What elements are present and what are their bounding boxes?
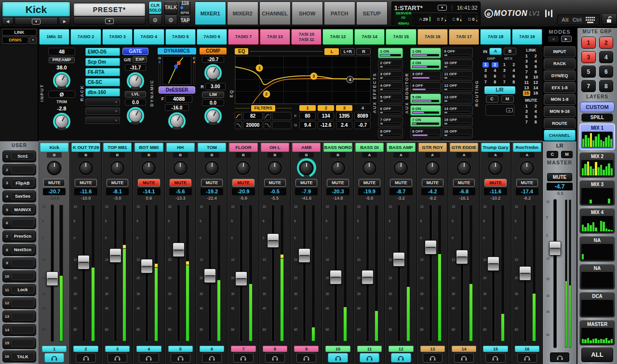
aux-send[interactable]: 11 OFF xyxy=(442,71,473,81)
eq-band-chip-1[interactable]: 1 xyxy=(299,105,316,111)
exp-button[interactable]: EXP xyxy=(133,56,147,63)
aux-send[interactable]: 5 OFF xyxy=(378,94,403,104)
link-1[interactable]: 1 xyxy=(523,54,530,59)
mute-button[interactable]: MUTE xyxy=(43,179,65,187)
comp-button[interactable]: COMP xyxy=(200,48,227,54)
aux-send[interactable]: 6 OFF xyxy=(378,105,403,116)
eq-point-3[interactable]: 3 xyxy=(310,73,317,80)
mute-group-4[interactable]: 4 xyxy=(599,51,614,63)
comp-threshold-value[interactable]: -20.7 xyxy=(202,56,224,63)
pan-knob[interactable] xyxy=(297,158,316,177)
mtx-7[interactable]: 7 xyxy=(501,80,508,85)
eq-band-chip-4[interactable]: 4 xyxy=(354,105,371,111)
mtx-1[interactable]: 1 xyxy=(501,62,508,67)
mode-route[interactable]: ROUTE xyxy=(544,118,576,129)
channel-tab[interactable]: 7ASI 15 xyxy=(386,29,416,45)
fader-cap[interactable] xyxy=(456,250,468,264)
fader-cap[interactable] xyxy=(519,266,531,281)
mute-button[interactable]: MUTE xyxy=(201,179,223,187)
pan-knob[interactable] xyxy=(46,160,63,176)
mute-button[interactable]: MUTE xyxy=(453,179,475,187)
eq-band-freq-4[interactable]: 8089 xyxy=(354,112,371,120)
user-button-12[interactable]: 12 xyxy=(2,297,36,310)
eq-band-gain-3[interactable]: 2.4 xyxy=(336,121,352,129)
aux-send-slider[interactable] xyxy=(444,88,471,91)
link-13[interactable]: 13 xyxy=(523,85,530,91)
rack-empty-slot[interactable]: ▼ xyxy=(85,98,120,106)
channel-tab[interactable]: 7ASI 17 xyxy=(449,29,479,45)
channel-tab[interactable]: 7ASIO 3 xyxy=(102,29,133,45)
fader-cap[interactable] xyxy=(393,252,405,267)
chevron-down-icon[interactable]: ▼ xyxy=(29,37,37,44)
aux-send-slider[interactable] xyxy=(412,111,439,114)
master-headphone-button[interactable] xyxy=(550,352,569,362)
ratio-value[interactable]: 3.00 xyxy=(205,83,226,90)
channel-name-button[interactable]: Kick xyxy=(40,143,68,152)
aux-send[interactable]: 8 OFF xyxy=(410,128,441,138)
aux-send[interactable]: 4 OFF xyxy=(378,82,403,93)
gate-lvl-button[interactable]: LVL xyxy=(125,91,146,97)
solo-headphone-button[interactable] xyxy=(107,353,127,363)
pan-knob[interactable] xyxy=(330,160,346,176)
layer-bank-na-4[interactable]: NA xyxy=(579,236,615,262)
link-4[interactable]: 4 xyxy=(532,59,539,64)
pan-knob[interactable] xyxy=(424,160,441,176)
aux-send-slider[interactable] xyxy=(444,134,471,136)
phantom-48v-button[interactable]: 48 xyxy=(48,48,75,55)
eq-band-gain-1[interactable]: 9.4 xyxy=(299,121,316,129)
solo-headphone-button[interactable] xyxy=(139,353,159,363)
comp-makeup-knob[interactable] xyxy=(204,108,222,125)
aux-send-slider[interactable] xyxy=(412,88,439,91)
fader-track[interactable] xyxy=(366,205,369,341)
tab-mixer2[interactable]: MIXER2 xyxy=(227,1,258,25)
solo-headphone-button[interactable] xyxy=(423,353,443,363)
layer-bank-mix-4-3[interactable]: MIX 4 xyxy=(579,208,615,234)
modifier-keys-indicator[interactable]: Alt Ctrl xyxy=(557,14,600,25)
fader-track[interactable] xyxy=(51,205,54,341)
channel-name-button[interactable]: BASS AMP xyxy=(387,143,415,152)
channel-tab[interactable]: 1Mic 32 xyxy=(39,29,69,45)
preset-dropdown-button[interactable]: ▼ xyxy=(73,17,146,25)
aux-send-slider[interactable] xyxy=(412,100,439,102)
channel-dropdown-button[interactable]: ▼ xyxy=(14,18,58,25)
fader-cap[interactable] xyxy=(487,256,499,271)
deesser-knob[interactable] xyxy=(168,112,186,130)
channel-name-button[interactable]: TOM xyxy=(198,143,226,152)
pan-knob[interactable] xyxy=(456,160,472,176)
mute-button[interactable]: MUTE xyxy=(107,179,128,187)
mute-button[interactable]: MUTE xyxy=(264,179,286,187)
preamp-gain-knob[interactable] xyxy=(53,72,70,89)
channel-tab[interactable]: 7ASI 16 xyxy=(417,29,448,45)
user-button-10[interactable]: 10 xyxy=(2,270,36,283)
talk-button[interactable]: TALK xyxy=(164,1,178,14)
grp-3[interactable]: 3 xyxy=(483,68,489,73)
input-b-button[interactable]: B xyxy=(504,48,516,55)
fader-track[interactable] xyxy=(429,205,432,341)
mode-dyn-eq[interactable]: DYN/EQ xyxy=(544,70,576,81)
fader-cap[interactable] xyxy=(141,259,153,273)
dynamics-transfer-graph[interactable] xyxy=(162,56,191,85)
next-channel-button[interactable]: ▶ xyxy=(59,18,70,25)
limiter-button[interactable]: LIM xyxy=(202,92,224,98)
link-group-display[interactable]: DRMS xyxy=(2,37,28,44)
mtx-4[interactable]: 4 xyxy=(510,68,517,73)
aux-send-slider[interactable] xyxy=(380,77,401,79)
grp-6[interactable]: 6 xyxy=(492,74,498,79)
channel-name-button[interactable]: GTR EDDIE xyxy=(450,143,478,152)
fader-track[interactable] xyxy=(303,205,306,341)
eq-graph[interactable]: 1234 xyxy=(235,56,371,104)
channel-name-button[interactable]: RonTrmbn xyxy=(513,143,541,152)
aux-send-slider[interactable] xyxy=(444,100,471,102)
solo-settings-button[interactable]: ⚙ xyxy=(148,15,162,25)
aux-send[interactable]: 9 OFF xyxy=(442,48,473,58)
pan-knob[interactable] xyxy=(361,160,377,176)
rack-plugin-button[interactable]: dbx-160 xyxy=(85,88,120,96)
user-button-4[interactable]: 4SavSes xyxy=(2,190,36,202)
aux-send[interactable]: 7 ON xyxy=(410,117,441,127)
master-fader-track[interactable] xyxy=(554,200,556,348)
deesser-threshold-value[interactable]: -16.0 xyxy=(165,104,189,111)
scene-dropdown-button[interactable]: ▼ xyxy=(438,5,447,11)
fader-track[interactable] xyxy=(492,205,495,341)
user-button-3[interactable]: 3FlipAB xyxy=(2,177,36,189)
mute-button[interactable]: MUTE xyxy=(232,179,254,187)
